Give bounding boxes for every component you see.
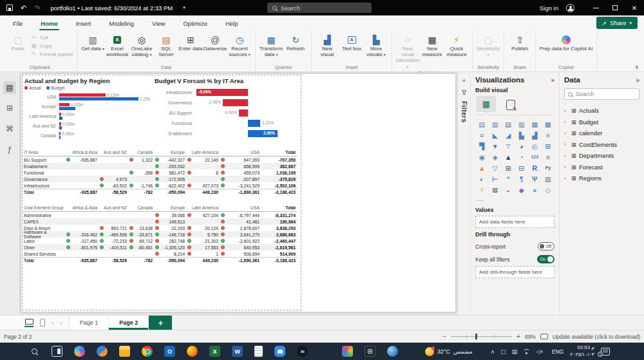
ribbon-button-refresh[interactable]: ↻ Refresh	[283, 33, 308, 64]
visual-stacked-bar-chart-icon[interactable]: ▤	[475, 119, 489, 129]
visual-line-and-stacked-column-chart-icon[interactable]: ▙	[515, 130, 529, 140]
visual-gauge-icon[interactable]: ◔	[515, 152, 529, 162]
menu-tab-optimize[interactable]: Optimize	[174, 15, 216, 31]
visual-key-influencers-icon[interactable]: ◐	[475, 174, 489, 184]
snipping-icon[interactable]: ⊞	[365, 346, 375, 357]
share-button[interactable]: ↗ Share ▾	[596, 17, 638, 29]
copilot-icon[interactable]	[74, 346, 85, 357]
visual-pie-chart-icon[interactable]: ◕	[515, 141, 529, 151]
update-available-link[interactable]: Update available (click to download)	[553, 334, 640, 340]
word-icon[interactable]: W	[232, 346, 243, 357]
fit-to-page-icon[interactable]	[540, 334, 548, 339]
maximize-button[interactable]	[605, 0, 625, 15]
expand-pane-icon[interactable]: «	[462, 77, 466, 84]
report-view-icon[interactable]: ▤	[3, 81, 16, 94]
field-item-departments[interactable]: › ⊞ Departments	[564, 150, 639, 162]
visual-scatter-chart-icon[interactable]: ∵	[502, 141, 515, 151]
new-page-button[interactable]: +	[149, 316, 172, 330]
account-avatar[interactable]	[566, 4, 574, 12]
zoom-in-button[interactable]: +	[516, 333, 520, 340]
more-visual-options[interactable]: ...	[477, 195, 554, 202]
system-apps-icon[interactable]	[319, 346, 330, 357]
save-icon[interactable]	[6, 5, 13, 11]
field-item-costelements[interactable]: › ⊞ CostElements	[564, 139, 639, 151]
zoom-slider[interactable]	[451, 336, 512, 337]
visual-clustered-bar-chart-icon[interactable]: ▤	[502, 119, 515, 129]
hidden-icons-chevron[interactable]: ∧	[491, 348, 495, 355]
visual-card-icon[interactable]: 123	[528, 152, 542, 162]
visual-stacked-area-chart-icon[interactable]: ◢	[502, 130, 515, 140]
keep-all-filters-toggle[interactable]: On	[537, 255, 554, 263]
wifi-icon[interactable]	[523, 349, 530, 354]
field-item-forecast[interactable]: › ⊞ Forecast	[564, 162, 639, 173]
language-indicator[interactable]: ENG	[552, 348, 564, 355]
mobile-layout-button[interactable]	[40, 319, 45, 327]
title-dropdown-icon[interactable]: ▾	[183, 5, 185, 10]
minimize-button[interactable]	[586, 0, 605, 15]
ribbon-button-publish[interactable]: ⇧ Publish	[507, 33, 532, 64]
visual-r-script-icon[interactable]: R	[528, 163, 542, 173]
close-button[interactable]: ✕	[625, 0, 644, 15]
excel-icon[interactable]: X	[209, 346, 220, 357]
weather-widget[interactable]: 32°C مشمس	[425, 347, 473, 356]
visual-filled-map-icon[interactable]: ◈	[489, 152, 502, 162]
global-search-input[interactable]: Search	[267, 3, 372, 13]
model-view-icon[interactable]: ⌘	[3, 122, 16, 135]
matrix-cost-element-group[interactable]: Cost Element GroupAfrica & AsiaAus and N…	[23, 204, 301, 266]
visual-decomposition-tree-icon[interactable]: ⊢	[489, 174, 502, 184]
ribbon-button-onelake-catalog[interactable]: ◎ OneLake catalog ▾	[129, 33, 154, 64]
filters-pane-label[interactable]: Filters	[460, 101, 468, 123]
data-search-input[interactable]: Search	[564, 88, 639, 100]
notepad-icon[interactable]	[254, 346, 263, 357]
display-icon[interactable]: ▤	[512, 348, 518, 355]
ribbon-button-dataverse[interactable]: @ Dataverse	[203, 33, 227, 64]
visual-clustered-column-chart-icon[interactable]: ▥	[515, 119, 529, 129]
menu-tab-file[interactable]: File	[4, 15, 32, 31]
zoom-icon[interactable]	[274, 346, 285, 357]
visual-power-automate-icon[interactable]: »	[528, 185, 542, 194]
page-tab-page-2[interactable]: Page 2	[109, 316, 149, 330]
clock[interactable]: 02:53 م ٢٠٢٥/١٠/٠٣	[570, 345, 594, 357]
ribbon-button-quick-measure[interactable]: ⚡ Quick measure	[444, 33, 469, 70]
tray-app-icon[interactable]: ▢	[500, 348, 506, 355]
ribbon-button-text-box[interactable]: A Text box	[339, 33, 364, 64]
visual-scorecard-icon[interactable]: ⚡	[475, 185, 489, 194]
notification-center-icon[interactable]: 1	[601, 348, 610, 355]
field-item-budget[interactable]: › ⊞ Budget	[564, 117, 639, 128]
visual-ribbon-chart-icon[interactable]: ≡	[542, 130, 555, 140]
visual-multi-row-card-icon[interactable]: ≡	[542, 152, 555, 162]
visual-100-stacked-column-chart-icon[interactable]: ▩	[542, 119, 555, 129]
collapse-pane-icon[interactable]: »	[636, 77, 639, 84]
volume-muted-icon[interactable]: ◁×	[536, 348, 544, 355]
visual-pivot-icon[interactable]: ⊠	[489, 185, 502, 194]
photos-icon[interactable]	[342, 346, 353, 357]
undo-icon[interactable]: ↶	[21, 4, 26, 12]
visual-treemap-icon[interactable]: ⊞	[542, 141, 555, 151]
field-item-regions[interactable]: › ⊞ Regions	[564, 173, 639, 184]
visual-waterfall-chart-icon[interactable]: ▜	[475, 141, 489, 151]
visual-smart-narrative-icon[interactable]: ¶	[515, 174, 529, 184]
visual-slicer-icon[interactable]: ▽	[489, 163, 502, 173]
next-page-icon[interactable]: ›	[60, 319, 62, 327]
menu-tab-help[interactable]: Help	[216, 15, 247, 31]
outlook-icon[interactable]: O	[164, 346, 175, 357]
ribbon-button-excel-workbook[interactable]: X Excel workbook	[105, 33, 129, 64]
table-view-icon[interactable]: ⊞	[3, 102, 16, 115]
add-drill-through-fields-well[interactable]: Add drill-through fields here	[475, 266, 554, 278]
visual-python-icon[interactable]: Py	[542, 163, 555, 173]
visual-area-chart-icon[interactable]: ◣	[489, 130, 502, 140]
ribbon-button-prep-data-for-copilot-ai[interactable]: Prep data for Copilot AI	[539, 33, 593, 64]
collapse-pane-icon[interactable]: »	[551, 77, 554, 84]
start-icon[interactable]	[6, 346, 17, 357]
previous-page-icon[interactable]: ‹	[52, 319, 53, 327]
visual-metrics-icon[interactable]: Ψ	[528, 174, 542, 184]
visual-funnel-chart-icon[interactable]: ▼	[489, 141, 502, 151]
format-visual-tab[interactable]	[506, 100, 515, 110]
chart-budget-v-forecast[interactable]: Budget V Forcast % by IT Area Infrastruc…	[153, 75, 301, 144]
planet-app-icon[interactable]	[387, 346, 398, 357]
ai-app-icon[interactable]: AI	[297, 346, 308, 357]
menu-tab-home[interactable]: Home	[32, 15, 66, 31]
ribbon-button-new-visual[interactable]: ▟ New visual	[315, 33, 339, 64]
visual-map-icon[interactable]: ◉	[475, 152, 489, 162]
task-view-icon[interactable]	[52, 346, 62, 357]
